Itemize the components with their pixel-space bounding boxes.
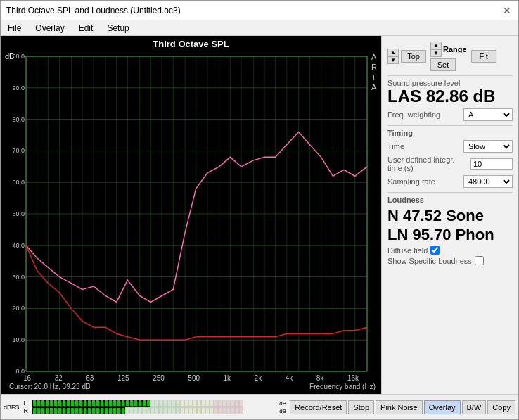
close-button[interactable]: ✕ [501,5,513,16]
n-value: N 47.52 Sone [387,207,513,225]
copy-button[interactable]: Copy [487,400,515,414]
xaxis-tick-4k: 4k [286,374,293,382]
main-content: Third Octave SPL dB ARTA 16 32 63 125 25… [1,36,518,394]
xaxis-tick-63: 63 [86,374,94,382]
sampling-rate-label: Sampling rate [387,177,435,186]
range-group: ▲ ▼ Range Set [430,42,467,71]
timing-section: Timing Time Slow Fast Impulse User defin… [387,125,513,188]
loudness-title: Loudness [387,196,513,204]
xaxis-tick-500: 500 [188,374,200,382]
xaxis-tick-125: 125 [117,374,129,382]
sampling-rate-row: Sampling rate 48000 44100 96000 [387,175,513,188]
menu-file[interactable]: File [4,22,25,34]
menu-bar: File Overlay Edit Setup [1,20,518,36]
xaxis-tick-8k: 8k [316,374,324,382]
dbfs-label: dBFS [4,404,20,411]
main-window: Third Octave SPL and Loudness (Untitled.… [0,0,519,420]
diffuse-field-label: Diffuse field [387,246,428,255]
stop-button[interactable]: Stop [348,400,374,414]
show-specific-row: Show Specific Loudness [387,256,513,265]
top-down-btn[interactable]: ▼ [387,56,399,64]
title-bar: Third Octave SPL and Loudness (Untitled.… [1,1,518,20]
channel-l: L [24,400,31,407]
freq-weighting-dropdown[interactable]: A B C Z [463,108,513,121]
time-label: Time [387,142,404,151]
user-defined-row: User defined integr. time (s) [387,155,513,172]
fit-button[interactable]: Fit [471,50,496,63]
level-bar-r [32,407,278,414]
chart-xlabel: Frequency band (Hz) [309,383,376,391]
user-defined-input[interactable] [470,158,513,170]
bw-button[interactable]: B/W [462,400,487,414]
diffuse-field-row: Diffuse field [387,246,513,255]
level-meters: L dB R dB [24,400,288,414]
pink-noise-button[interactable]: Pink Noise [376,400,423,414]
diffuse-field-checkbox[interactable] [430,246,440,255]
level-row-l: L dB [24,400,288,407]
top-controls: ▲ ▼ Top ▲ ▼ Range Set [387,42,513,71]
cursor-info: Cursor: 20.0 Hz, 39.23 dB [6,382,94,391]
loudness-values: N 47.52 Sone LN 95.70 Phon [387,207,513,244]
arta-label: ARTA [371,52,377,92]
top-spinner: ▲ ▼ [387,49,399,64]
chart-area: Third Octave SPL dB ARTA 16 32 63 125 25… [1,36,381,394]
range-down-btn[interactable]: ▼ [430,49,442,57]
level-bar-l [32,400,278,407]
overlay-button[interactable]: Overlay [424,400,461,414]
set-button[interactable]: Set [430,58,456,71]
sampling-rate-dropdown[interactable]: 48000 44100 96000 [463,175,513,188]
spl-value: LAS 82.86 dB [387,87,513,106]
xaxis-tick-250: 250 [153,374,165,382]
xaxis-tick-2k: 2k [255,374,262,382]
top-up-btn[interactable]: ▲ [387,49,399,56]
channel-r: R [24,407,31,414]
chart-ylabel: dB [5,52,14,61]
chart-xaxis: 16 32 63 125 250 500 1k 2k 4k 8k 16k [4,373,378,382]
range-label: Range [443,45,467,53]
ln-value: LN 95.70 Phon [387,226,513,244]
timing-title: Timing [387,129,513,137]
menu-overlay[interactable]: Overlay [31,22,68,34]
range-up-btn[interactable]: ▲ [430,42,442,49]
time-dropdown[interactable]: Slow Fast Impulse [463,140,513,153]
window-title: Third Octave SPL and Loudness (Untitled.… [6,6,181,15]
spl-section: Sound pressure level LAS 82.86 dB Freq. … [387,75,513,121]
show-specific-label: Show Specific Loudness [387,257,472,265]
time-row: Time Slow Fast Impulse [387,140,513,153]
xaxis-tick-16k: 16k [347,374,359,382]
xaxis-tick-32: 32 [55,374,63,382]
top-button[interactable]: Top [401,50,426,63]
level-tick-l: dB [278,400,287,407]
xaxis-tick-16: 16 [23,374,31,382]
record-reset-button[interactable]: Record/Reset [290,400,347,414]
bottom-bar: dBFS L dB R dB Record/Reset Stop Pink No… [1,394,518,419]
chart-inner: dB ARTA [4,51,378,373]
loudness-section: Loudness N 47.52 Sone LN 95.70 Phon Diff… [387,192,513,265]
level-tick-r: dB [278,408,287,414]
menu-edit[interactable]: Edit [75,22,98,34]
user-defined-label: User defined integr. time (s) [387,155,470,172]
freq-weighting-label: Freq. weighting [387,110,440,119]
show-specific-checkbox[interactable] [475,256,484,265]
level-row-r: R dB [24,407,288,414]
menu-setup[interactable]: Setup [103,22,133,34]
chart-title: Third Octave SPL [4,39,378,49]
main-chart [4,51,378,373]
right-panel: ▲ ▼ Top ▲ ▼ Range Set [381,36,518,394]
freq-weighting-row: Freq. weighting A B C Z [387,108,513,121]
bottom-buttons: Record/Reset Stop Pink Noise Overlay B/W… [290,400,515,414]
xaxis-tick-1k: 1k [224,374,231,382]
